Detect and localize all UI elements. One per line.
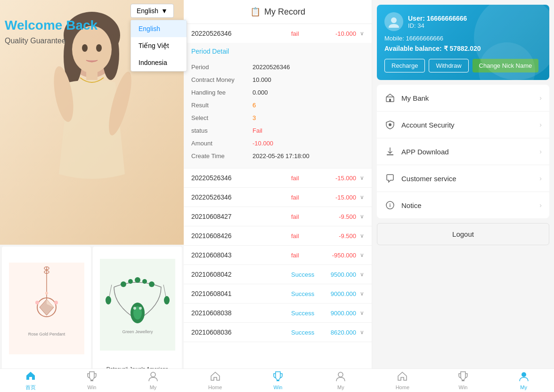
record-item-header-0[interactable]: 20220526346 fail -10.000 ∨ xyxy=(184,24,372,43)
detail-label-contract: Contract Money xyxy=(191,76,253,83)
record-status-2: fail xyxy=(291,194,315,201)
svg-point-16 xyxy=(45,292,48,295)
record-item-header-3[interactable]: 20210608427 fail -9.500 ∨ xyxy=(184,207,372,226)
nav-middle: Home Win My xyxy=(184,369,372,392)
nav-win-mid[interactable]: Win xyxy=(246,369,309,392)
nav-home-right[interactable]: Home xyxy=(372,369,433,392)
nav-right: Home Win My xyxy=(372,369,554,392)
record-item-header-5[interactable]: 20210608043 fail -950.000 ∨ xyxy=(184,246,372,264)
svg-point-33 xyxy=(139,307,142,310)
svg-point-32 xyxy=(133,307,136,310)
detail-label-period: Period xyxy=(191,64,253,71)
recharge-button[interactable]: Recharge xyxy=(384,59,425,72)
record-id-4: 20210608426 xyxy=(191,232,287,240)
detail-value-handling: 0.000 xyxy=(253,89,268,96)
language-select-button[interactable]: English ▼ xyxy=(130,4,174,18)
language-dropdown-wrapper[interactable]: English ▼ English Tiếng Việt Indonesia xyxy=(130,4,174,18)
detail-row-period: Period 20220526346 xyxy=(191,61,364,73)
detail-row-amount: Amount -10.000 xyxy=(191,137,364,150)
record-item-header-9[interactable]: 20210608036 Success 8620.000 ∨ xyxy=(184,323,372,342)
app-download-chevron-icon: › xyxy=(539,148,542,155)
svg-point-9 xyxy=(96,44,102,52)
nav-label-my-left: My xyxy=(150,384,157,390)
nav-win-right[interactable]: Win xyxy=(433,369,494,392)
customer-service-icon xyxy=(384,173,396,184)
nav-my-mid[interactable]: My xyxy=(310,369,372,392)
record-id-1: 20220526346 xyxy=(191,174,287,182)
my-bank-chevron-icon: › xyxy=(539,94,542,102)
record-status-4: fail xyxy=(291,232,315,240)
current-language: English xyxy=(137,7,158,15)
nav-home-mid[interactable]: Home xyxy=(184,369,246,392)
detail-value-period: 20220526346 xyxy=(253,64,290,71)
svg-point-21 xyxy=(121,281,126,287)
period-detail-title: Period Detail xyxy=(191,43,364,61)
record-item-header-6[interactable]: 20210608042 Success 9500.000 ∨ xyxy=(184,265,372,284)
detail-row-result: Result 6 xyxy=(191,99,364,112)
period-detail-0: Period Detail Period 20220526346 Contrac… xyxy=(184,43,372,168)
record-amount-6: 9500.000 xyxy=(318,271,356,278)
menu-item-notice[interactable]: i Notice › xyxy=(377,192,549,218)
record-chevron-2: ∨ xyxy=(360,194,364,200)
language-option-indonesia[interactable]: Indonesia xyxy=(131,54,187,71)
svg-point-38 xyxy=(389,123,391,126)
svg-point-24 xyxy=(142,279,147,284)
menu-item-my-bank[interactable]: My Bank › xyxy=(377,85,549,112)
logout-button[interactable]: Logout xyxy=(377,223,549,245)
user-mobile: Mobile: 16666666666 xyxy=(384,35,542,42)
record-status-0: fail xyxy=(291,30,315,37)
my-bank-icon xyxy=(384,92,396,104)
record-item-header-1[interactable]: 20220526346 fail -15.000 ∨ xyxy=(184,168,372,187)
record-chevron-8: ∨ xyxy=(360,310,364,316)
record-id-5: 20210608043 xyxy=(191,251,287,259)
svg-point-29 xyxy=(106,296,111,304)
logout-section: Logout xyxy=(377,223,549,245)
record-item-5: 20210608043 fail -950.000 ∨ xyxy=(184,246,372,265)
language-option-vietnamese[interactable]: Tiếng Việt xyxy=(131,37,187,54)
menu-item-customer-service[interactable]: Customer service › xyxy=(377,165,549,192)
record-item-header-8[interactable]: 20210608038 Success 9000.000 ∨ xyxy=(184,304,372,322)
bottom-nav: 首页 Win My xyxy=(0,368,554,392)
home-right-icon xyxy=(397,371,407,384)
middle-panel: 📋 My Record 20220526346 fail -10.000 ∨ P… xyxy=(184,0,372,368)
record-item-header-4[interactable]: 20210608426 fail -9.500 ∨ xyxy=(184,226,372,245)
detail-value-contract: 10.000 xyxy=(253,76,271,83)
nav-label-win-mid: Win xyxy=(274,384,283,390)
record-item-header-2[interactable]: 20220526346 fail -15.000 ∨ xyxy=(184,188,372,207)
record-amount-3: -9.500 xyxy=(318,213,356,220)
language-option-english[interactable]: English xyxy=(131,20,187,37)
record-item-7: 20210608041 Success 9000.000 ∨ xyxy=(184,284,372,304)
nav-my-right[interactable]: My xyxy=(493,369,554,392)
record-item-8: 20210608038 Success 9000.000 ∨ xyxy=(184,304,372,323)
language-dropdown-menu: English Tiếng Việt Indonesia xyxy=(130,20,187,72)
nav-my-left[interactable]: My xyxy=(122,369,184,392)
record-amount-0: -10.000 xyxy=(318,30,356,37)
svg-rect-37 xyxy=(389,99,391,102)
record-chevron-4: ∨ xyxy=(360,232,364,239)
withdraw-button[interactable]: Withdraw xyxy=(429,59,468,72)
svg-point-46 xyxy=(338,372,343,377)
record-item-header-7[interactable]: 20210608041 Success 9000.000 ∨ xyxy=(184,284,372,303)
svg-point-35 xyxy=(391,17,397,23)
detail-row-contract: Contract Money 10.000 xyxy=(191,73,364,86)
menu-label-customer-service: Customer service xyxy=(401,175,534,183)
detail-label-result: Result xyxy=(191,102,253,109)
user-id: ID: 34 xyxy=(408,22,467,29)
menu-label-app-download: APP Download xyxy=(401,148,534,156)
svg-point-4 xyxy=(72,26,112,73)
my-right-icon xyxy=(519,371,529,384)
record-chevron-5: ∨ xyxy=(360,252,364,258)
svg-rect-41 xyxy=(90,380,93,381)
record-chevron-6: ∨ xyxy=(360,271,364,278)
nav-home-left[interactable]: 首页 xyxy=(0,369,61,392)
record-status-7: Success xyxy=(291,290,315,297)
menu-item-app-download[interactable]: APP Download › xyxy=(377,138,549,165)
app-download-icon xyxy=(384,146,396,157)
nav-label-my-mid: My xyxy=(337,384,344,390)
menu-item-account-security[interactable]: Account Security › xyxy=(377,112,549,138)
record-chevron-3: ∨ xyxy=(360,213,364,220)
svg-rect-47 xyxy=(462,380,464,381)
svg-point-8 xyxy=(82,44,88,52)
nav-win-left[interactable]: Win xyxy=(61,369,122,392)
quality-guarantee: Quality Guarantee xyxy=(5,37,66,45)
